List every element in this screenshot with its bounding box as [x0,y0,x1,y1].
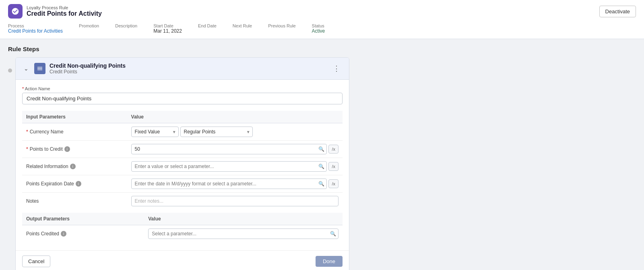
step-dot [8,69,12,73]
meta-description: Description [115,23,137,28]
rule-subname: Credit Points [50,69,326,75]
points-credited-field-wrapper: 🔍 [148,228,339,239]
rule-icon [34,63,45,74]
value-header: Value [127,111,343,123]
info-icon-expiration[interactable]: i [76,181,81,187]
table-row: * Points to Credit i 🔍 [22,141,343,158]
info-icon-related[interactable]: i [70,164,76,169]
meta-start-date: Start Date Mar 11, 2022 [153,23,182,34]
expiration-date-label: Points Expiration Date i [26,181,123,187]
points-to-credit-value-cell: 🔍 /x [131,144,339,154]
action-name-input[interactable] [22,93,343,104]
action-name-label: * Action Name [22,86,343,91]
meta-next-rule: Next Rule [233,23,252,28]
output-value-header: Value [144,213,343,225]
rule-steps-title: Rule Steps [8,46,636,52]
related-info-label: Related Information i [26,164,123,169]
more-options-button[interactable]: ⋮ [330,63,343,74]
currency-name-select[interactable]: Regular Points Bonus Points [180,127,253,137]
related-info-field-wrapper: 🔍 [131,161,327,172]
table-row: * Currency Name Fixed Value Dynamic Valu… [22,123,343,141]
info-icon[interactable]: i [64,146,70,152]
search-icon-button-credited[interactable]: 🔍 [330,231,336,237]
expiration-date-input[interactable] [131,179,327,189]
collapse-button[interactable]: ⌄ [22,64,30,73]
deactivate-button[interactable]: Deactivate [599,6,636,17]
fx-button-points[interactable]: /x [328,145,339,154]
meta-status: Status Active [312,23,325,34]
table-row: Points Credited i 🔍 [22,225,343,243]
points-to-credit-label: * Points to Credit i [26,146,123,152]
expiration-date-field-wrapper: 🔍 [131,179,327,189]
expiration-date-value-cell: 🔍 /x [131,179,339,189]
points-to-credit-input[interactable] [131,144,327,154]
input-params-table: Input Parameters Value * Currency Name [22,111,343,210]
output-params-header: Output Parameters [22,213,144,225]
meta-end-date: End Date [198,23,217,28]
points-credited-value-cell: 🔍 [148,228,339,239]
currency-value-cell: Fixed Value Dynamic Value ▼ Regular Poin… [131,127,339,137]
action-name-field: * Action Name [22,86,343,104]
step-connector [8,57,12,73]
currency-name-label: * Currency Name [26,129,123,135]
table-row: Notes [22,193,343,210]
page-subtitle: Loyalty Process Rule [27,5,102,10]
rule-header-text: Credit Non-qualifying Points Credit Poin… [50,62,326,75]
action-name-required: * [22,86,24,91]
rule-card-body: * Action Name Input Parameters Value [16,80,349,249]
done-button[interactable]: Done [316,256,343,267]
meta-promotion: Promotion [79,23,99,28]
rule-name: Credit Non-qualifying Points [50,62,326,69]
search-icon-button-expiration[interactable]: 🔍 [318,181,324,187]
app-icon [8,4,23,19]
cancel-button[interactable]: Cancel [22,255,50,267]
card-footer: Cancel Done [16,250,349,270]
currency-name-select-wrapper: Regular Points Bonus Points ▼ [180,127,253,137]
search-icon-button-related[interactable]: 🔍 [318,164,324,169]
related-info-value-cell: 🔍 /x [131,161,339,172]
points-to-credit-field-wrapper: 🔍 [131,144,327,154]
points-credited-label: Points Credited i [26,231,140,237]
currency-type-select[interactable]: Fixed Value Dynamic Value [131,127,179,137]
info-icon-credited[interactable]: i [61,231,66,237]
fx-button-expiration[interactable]: /x [328,179,339,188]
table-row: Related Information i 🔍 [22,158,343,175]
search-icon-button[interactable]: 🔍 [318,146,324,152]
fx-button-related[interactable]: /x [328,162,339,171]
meta-process: Process Credit Points for Activities [8,23,63,34]
notes-label: Notes [26,198,123,204]
notes-input[interactable] [131,196,339,206]
points-credited-input[interactable] [148,228,339,239]
table-row: Points Expiration Date i 🔍 [22,175,343,193]
page-title: Credit Points for Activity [27,10,102,17]
currency-type-select-wrapper: Fixed Value Dynamic Value ▼ [131,127,179,137]
meta-previous-rule: Previous Rule [268,23,295,28]
output-params-table: Output Parameters Value Points Credited … [22,213,343,242]
related-info-input[interactable] [131,161,327,172]
input-params-header: Input Parameters [22,111,127,123]
rule-card-header: ⌄ Credit Non-qualifying Points Credit Po… [16,58,349,80]
